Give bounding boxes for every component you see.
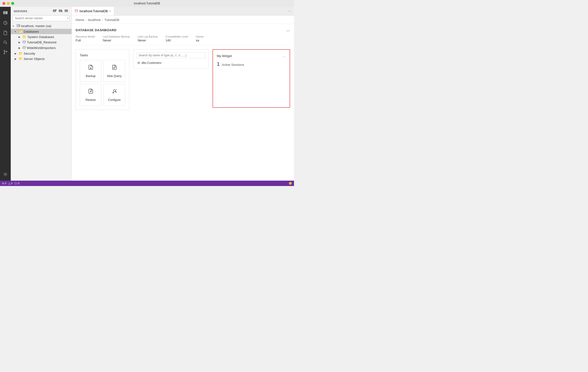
breadcrumb-home[interactable]: Home xyxy=(76,18,84,22)
svg-rect-21 xyxy=(65,11,67,12)
folder-icon-sysdbs: 📁 xyxy=(22,35,27,39)
configure-icon xyxy=(111,88,118,96)
tables-search-input[interactable] xyxy=(136,52,205,58)
svg-rect-20 xyxy=(65,10,67,10)
svg-rect-17 xyxy=(59,11,62,12)
svg-rect-13 xyxy=(53,11,56,12)
tree-arrow-wwi: ▶ xyxy=(19,47,22,49)
tree-label-server: localhost, master (sa) xyxy=(21,24,51,28)
tree-item-serverobjects[interactable]: ▶ 📁 Server Objects xyxy=(11,56,72,61)
svg-point-7 xyxy=(4,50,5,51)
tree-item-sysdbs[interactable]: ▶ 📁 System Databases xyxy=(11,34,72,40)
my-widget-more-button[interactable]: ... xyxy=(283,54,286,58)
close-button[interactable] xyxy=(2,2,5,5)
dashboard-more-button[interactable]: ... xyxy=(286,28,290,32)
svg-rect-16 xyxy=(59,10,62,10)
app-body: SERVERS xyxy=(0,7,294,181)
breadcrumb-sep-2: › xyxy=(102,18,103,22)
tab-close-button[interactable]: × xyxy=(109,10,111,13)
titlebar: localhost:TutorialDB xyxy=(0,0,294,7)
breadcrumb-localhost[interactable]: localhost xyxy=(88,18,101,22)
folder-icon-security: 📁 xyxy=(19,51,23,55)
sessions-count: 1 xyxy=(217,61,220,67)
widgets-row: Tasks xyxy=(76,49,290,110)
sidebar-icon-search[interactable] xyxy=(1,38,10,47)
configure-button[interactable]: Configure xyxy=(104,84,125,106)
restore-label: Restore xyxy=(85,98,96,102)
tree-label-security: Security xyxy=(24,52,35,55)
table-list-item[interactable]: ⊞ dbo.Customers xyxy=(136,60,205,65)
sidebar-icon-settings[interactable] xyxy=(1,170,10,179)
svg-line-6 xyxy=(6,43,7,44)
backup-icon xyxy=(87,64,94,72)
info-count: 0 xyxy=(18,182,19,185)
compat-label: Compatibility Level xyxy=(165,35,188,38)
main-content: localhost:TutorialDB × ··· Home › localh… xyxy=(72,7,294,181)
db-info-lastlogbackup: Last Log Backup Never xyxy=(138,35,158,42)
warning-icon: △ xyxy=(8,182,10,185)
tree-item-server[interactable]: ▾ localhost, master (sa) xyxy=(11,23,72,29)
backup-button[interactable]: Backup xyxy=(80,60,102,82)
svg-point-28 xyxy=(23,41,25,42)
svg-point-2 xyxy=(6,12,7,12)
new-query-button[interactable]: New Query xyxy=(104,60,125,82)
search-clear-icon[interactable]: × xyxy=(67,17,69,20)
dashboard-title-row: DATABASE DASHBOARD ... xyxy=(76,28,290,32)
svg-point-11 xyxy=(5,174,6,175)
restore-icon xyxy=(87,88,94,96)
tree-item-tutorialdb[interactable]: ▶ TutorialDB_Restored xyxy=(11,40,72,45)
tree-item-databases[interactable]: ▾ 📁 Databases xyxy=(11,29,72,34)
search-input[interactable] xyxy=(13,15,70,21)
dashboard-container: DATABASE DASHBOARD ... Recovery Model Fu… xyxy=(72,24,294,114)
compat-value: 140 xyxy=(165,39,188,42)
sidebar: SERVERS xyxy=(11,7,72,181)
sidebar-icon-servers[interactable] xyxy=(1,9,10,18)
svg-rect-12 xyxy=(53,10,56,10)
window-title: localhost:TutorialDB xyxy=(134,2,160,5)
breadcrumb-tutorialdb[interactable]: TutorialDB xyxy=(105,18,119,22)
lastdbbackup-value: Never xyxy=(103,39,130,42)
tab-tutorialdb[interactable]: localhost:TutorialDB × xyxy=(72,7,114,15)
new-connection-icon[interactable] xyxy=(53,9,57,13)
tree-label-serverobjects: Server Objects xyxy=(24,57,45,61)
svg-point-8 xyxy=(4,53,5,54)
info-icon: ⓘ xyxy=(14,182,17,185)
lastdbbackup-label: Last Database Backup xyxy=(103,35,130,38)
server-search-box: × xyxy=(13,15,70,21)
add-server-icon[interactable] xyxy=(59,9,63,13)
recovery-label: Recovery Model xyxy=(76,35,95,38)
tab-overflow-button[interactable]: ··· xyxy=(285,9,294,13)
server-icon xyxy=(17,24,20,28)
smiley-icon[interactable]: 😊 xyxy=(289,182,292,185)
folder-icon-databases: 📁 xyxy=(19,30,23,33)
my-widget-header: My-Widget ... xyxy=(217,54,286,58)
tree-item-wwi[interactable]: ▶ WideWorldImporters xyxy=(11,45,72,51)
collapse-all-icon[interactable] xyxy=(65,9,69,13)
tasks-grid: Backup xyxy=(80,60,125,106)
sidebar-icon-git[interactable] xyxy=(1,48,10,57)
configure-label: Configure xyxy=(108,98,121,102)
content-area: Home › localhost › TutorialDB DATABASE D… xyxy=(72,16,294,181)
my-widget: My-Widget ... 1 Active Sessions xyxy=(212,49,290,108)
new-query-label: New Query xyxy=(107,74,122,78)
tab-db-icon xyxy=(75,9,78,13)
my-widget-title: My-Widget xyxy=(217,54,232,58)
tree-arrow-sysdbs: ▶ xyxy=(19,36,22,38)
sidebar-icon-files[interactable] xyxy=(1,28,10,37)
tree-label-tutorialdb: TutorialDB_Restored xyxy=(27,40,56,44)
warning-count: 0 xyxy=(11,182,12,185)
sessions-label: Active Sessions xyxy=(222,63,244,67)
restore-button[interactable]: Restore xyxy=(80,84,102,106)
active-sessions: 1 Active Sessions xyxy=(217,61,286,67)
dashboard-title-text: DATABASE DASHBOARD xyxy=(76,28,116,32)
sidebar-header: SERVERS xyxy=(11,7,72,15)
backup-label: Backup xyxy=(86,74,95,78)
minimize-button[interactable] xyxy=(7,2,10,5)
tree-item-security[interactable]: ▶ 📁 Security xyxy=(11,51,72,56)
maximize-button[interactable] xyxy=(11,2,14,5)
traffic-lights xyxy=(2,2,14,5)
sidebar-icon-history[interactable] xyxy=(1,19,10,27)
tasks-widget: Tasks xyxy=(76,49,129,110)
tables-widget: ⊞ dbo.Customers xyxy=(133,49,209,69)
status-errors: ⊘ 0 xyxy=(2,182,6,185)
